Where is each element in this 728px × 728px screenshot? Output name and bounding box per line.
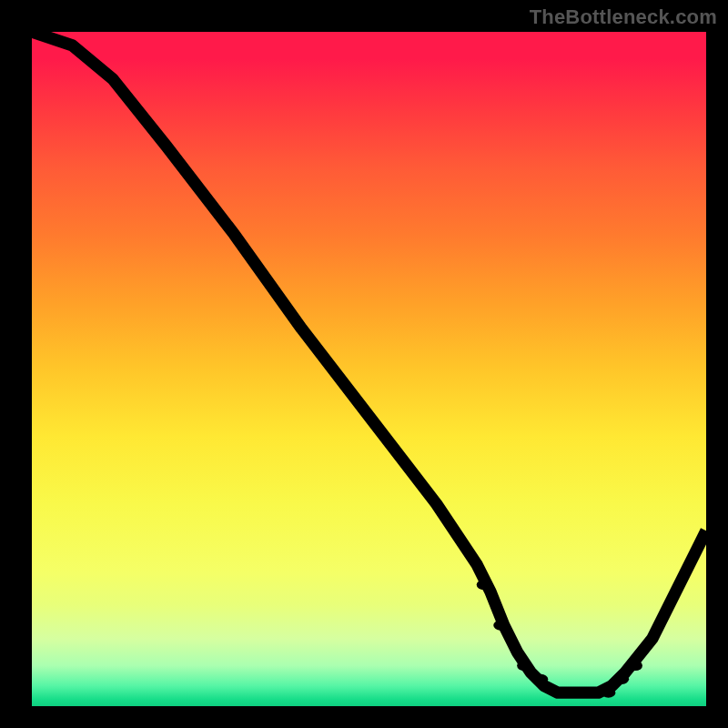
plot-area xyxy=(32,32,706,706)
marker-group xyxy=(477,580,642,698)
chart-frame: TheBottleneck.com xyxy=(0,0,728,728)
marker-dot xyxy=(493,621,508,631)
bottleneck-curve-path xyxy=(32,32,706,693)
watermark-text: TheBottleneck.com xyxy=(530,5,717,29)
marker-dot xyxy=(568,688,582,698)
marker-dot xyxy=(517,661,531,671)
marker-dot xyxy=(628,661,642,671)
marker-dot xyxy=(584,688,599,698)
marker-dot xyxy=(602,688,616,698)
marker-dot xyxy=(477,580,491,590)
bottleneck-curve-svg xyxy=(32,32,706,706)
marker-dot xyxy=(551,688,565,698)
marker-dot xyxy=(534,674,549,684)
marker-dot xyxy=(615,674,630,684)
